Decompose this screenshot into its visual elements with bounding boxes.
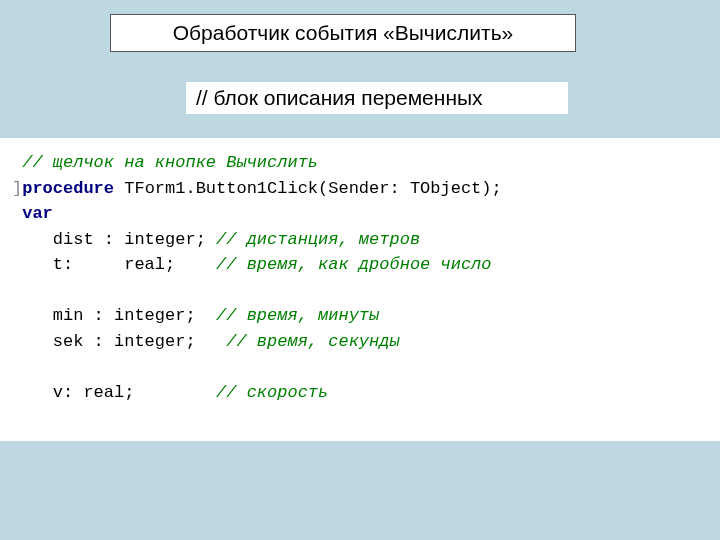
comment-dist: // дистанция, метров — [216, 230, 420, 249]
subtitle-box: // блок описания переменных — [186, 82, 568, 114]
decl-sek: sek : integer; — [12, 332, 226, 351]
decl-t: t: real; — [12, 255, 216, 274]
title-text: Обработчик события «Вычислить» — [173, 21, 514, 44]
procedure-signature: TForm1.Button1Click(Sender: TObject); — [114, 179, 502, 198]
fold-gutter-icon: ] — [12, 179, 22, 198]
keyword-var: var — [22, 204, 53, 223]
comment-header: // щелчок на кнопке Вычислить — [22, 153, 318, 172]
keyword-procedure: procedure — [22, 179, 114, 198]
decl-dist: dist : integer; — [12, 230, 216, 249]
code-block: // щелчок на кнопке Вычислить ]procedure… — [0, 138, 720, 441]
subtitle-text: // блок описания переменных — [196, 86, 483, 109]
decl-v: v: real; — [12, 383, 216, 402]
decl-min: min : integer; — [12, 306, 216, 325]
comment-t: // время, как дробное число — [216, 255, 491, 274]
comment-min: // время, минуты — [216, 306, 379, 325]
title-box: Обработчик события «Вычислить» — [110, 14, 576, 52]
comment-v: // скорость — [216, 383, 328, 402]
comment-sek: // время, секунды — [226, 332, 399, 351]
